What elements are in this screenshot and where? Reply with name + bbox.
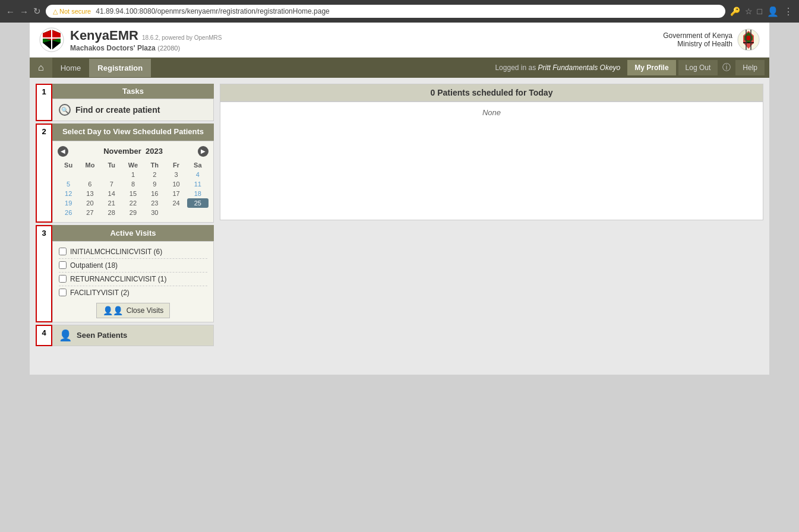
cal-day-cell[interactable]: 19 [58,198,79,208]
cal-day-cell[interactable]: 15 [122,189,144,198]
my-profile-button[interactable]: My Profile [627,60,675,75]
cal-day-cell[interactable]: 22 [122,198,144,208]
cal-day-cell[interactable]: 21 [101,198,122,208]
cal-day-cell[interactable]: 17 [165,189,187,198]
cal-day-cell[interactable]: 24 [165,198,187,208]
svg-point-9 [746,36,751,40]
visit-checkbox[interactable] [59,275,67,283]
cal-day-cell[interactable]: 23 [144,198,165,208]
help-button[interactable]: Help [735,60,765,75]
logged-in-text: Logged in as Pritt Fundamentals Okeyo [490,64,625,72]
gov-line1: Government of Kenya [663,31,732,40]
log-out-button[interactable]: Log Out [678,60,718,75]
not-secure-label: △ Not secure [53,8,91,15]
cal-day-cell[interactable]: 1 [122,170,144,179]
cal-day-cell[interactable]: 18 [187,189,209,198]
url-text: 41.89.94.100:8080/openmrs/kenyaemr/regis… [96,7,330,15]
search-icon: 🔍 [59,104,71,116]
cal-month-year: November 2023 [103,147,163,156]
find-patient-row[interactable]: 🔍 Find or create patient [52,99,214,121]
star-icon: ☆ [745,7,753,16]
cal-day-cell[interactable]: 2 [144,170,165,179]
scheduled-body: None [220,102,763,220]
visit-checkbox[interactable] [59,261,67,269]
visit-item: INITIALMCHCLINICVISIT (6) [59,245,207,259]
cal-day-cell [187,208,209,217]
cal-day-cell[interactable]: 20 [79,198,100,208]
cal-day-cell [165,208,187,217]
cal-day-cell[interactable]: 29 [122,208,144,217]
cal-day-cell[interactable]: 16 [144,189,165,198]
cal-day-cell[interactable]: 9 [144,179,165,189]
active-visits-body: INITIALMCHCLINICVISIT (6)Outpatient (18)… [52,241,214,322]
gov-logo: Government of Kenya Ministry of Health [663,28,760,51]
facility-name: Machakos Doctors' Plaza [70,44,156,52]
cal-day-cell[interactable]: 5 [58,179,79,189]
app-version: 18.6.2, powered by OpenMRS [142,34,222,41]
section-number-3: 3 [36,225,52,322]
visit-label: RETURNANCCLINICVISIT (1) [70,275,166,283]
forward-button[interactable]: → [20,7,29,17]
app-name: KenyaEMR [70,28,138,43]
kenya-logo [39,27,64,52]
cal-day-cell[interactable]: 14 [101,189,122,198]
reload-button[interactable]: ↻ [33,6,41,17]
cal-day-cell[interactable]: 6 [79,179,100,189]
gov-emblem [737,28,760,51]
visit-label: INITIALMCHCLINICVISIT (6) [70,248,162,256]
key-icon: 🔑 [730,7,740,16]
close-visits-button[interactable]: 👤👤 Close Visits [96,303,170,318]
cal-day-cell [79,170,100,179]
next-month-button[interactable]: ▶ [198,146,209,157]
close-visits-label: Close Visits [127,306,163,315]
cal-day-cell[interactable]: 12 [58,189,79,198]
prev-month-button[interactable]: ◀ [58,146,68,157]
tasks-header: Tasks [52,84,214,99]
back-button[interactable]: ← [6,7,15,17]
menu-icon: ⋮ [784,6,793,17]
visit-item: RETURNANCCLINICVISIT (1) [59,273,207,286]
calendar-header: Select Day to View Scheduled Patients [52,124,214,141]
cal-day-cell[interactable]: 13 [79,189,100,198]
cal-day-header: Su [58,160,79,170]
cal-day-header: Tu [101,160,122,170]
cal-day-cell [101,170,122,179]
gov-line2: Ministry of Health [663,40,732,48]
cal-day-cell[interactable]: 7 [101,179,122,189]
seen-patients-row[interactable]: 👤 Seen Patients [52,325,214,346]
nav-item-registration[interactable]: Registration [89,59,151,77]
none-label: None [482,108,501,117]
facility-code: (22080) [157,45,180,52]
cal-day-header: Th [144,160,165,170]
tab-icon: □ [757,7,762,16]
logo-area: KenyaEMR 18.6.2, powered by OpenMRS Mach… [39,27,222,52]
cal-day-cell[interactable]: 30 [144,208,165,217]
calendar-grid: SuMoTuWeThFrSa 1234567891011121314151617… [58,160,209,217]
help-icon: ⓘ [720,62,733,73]
cal-day-cell[interactable]: 4 [187,170,209,179]
cal-day-cell[interactable]: 11 [187,179,209,189]
calendar-container: ◀ November 2023 ▶ SuMoTuWeThFrSa 1234567… [52,141,214,223]
visit-item: FACILITYVISIT (2) [59,286,207,299]
cal-day-header: We [122,160,144,170]
find-patient-label: Find or create patient [75,105,160,115]
visit-checkbox[interactable] [59,289,67,296]
visit-item: Outpatient (18) [59,259,207,273]
address-bar[interactable]: △ Not secure 41.89.94.100:8080/openmrs/k… [46,5,725,18]
cal-day-cell[interactable]: 3 [165,170,187,179]
nav-item-home[interactable]: Home [52,59,90,77]
cal-day-cell[interactable]: 28 [101,208,122,217]
active-visits-header: Active Visits [52,225,214,241]
cal-day-cell[interactable]: 25 [187,198,209,208]
cal-day-cell[interactable]: 27 [79,208,100,217]
seen-patients-icon: 👤 [59,329,72,342]
cal-day-cell[interactable]: 8 [122,179,144,189]
close-visits-icon: 👤👤 [103,306,123,315]
seen-patients-label: Seen Patients [77,331,127,340]
visit-checkbox[interactable] [59,248,67,255]
visit-label: Outpatient (18) [70,261,118,270]
section-number-2: 2 [36,124,52,223]
home-nav-button[interactable]: ⌂ [30,58,52,78]
cal-day-cell[interactable]: 10 [165,179,187,189]
cal-day-cell[interactable]: 26 [58,208,79,217]
